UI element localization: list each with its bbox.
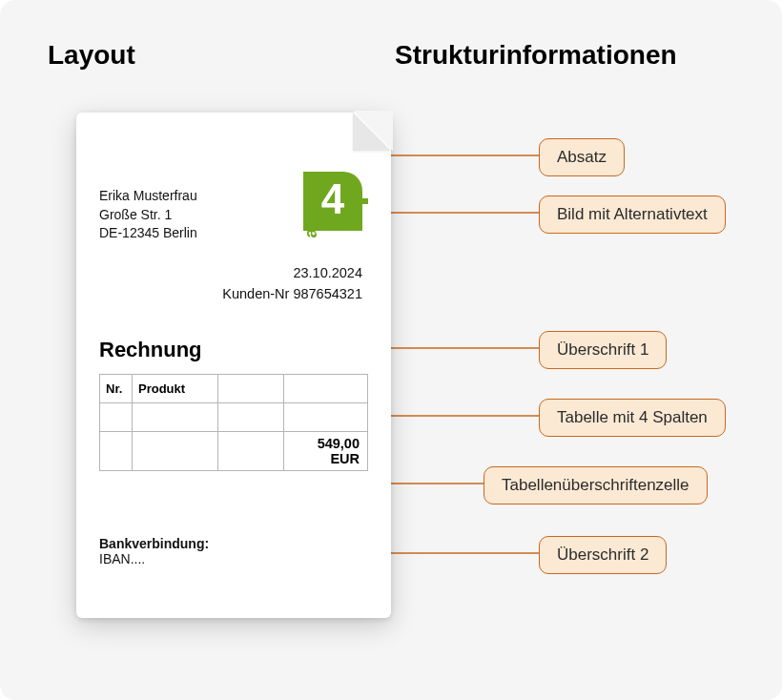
td bbox=[100, 403, 133, 432]
callout-th: Tabellenüberschriftenzelle bbox=[484, 466, 708, 504]
td bbox=[284, 403, 368, 432]
logo-badge: 4 bbox=[303, 172, 362, 231]
td bbox=[217, 403, 284, 432]
logo-dash-icon bbox=[357, 198, 368, 204]
bank-block: Bankverbindung: IBAN.... bbox=[99, 536, 209, 566]
callout-bild: Bild mit Alternativtext bbox=[539, 196, 726, 234]
address-name: Erika Musterfrau bbox=[99, 187, 197, 206]
invoice-meta: 23.10.2024 Kunden-Nr 987654321 bbox=[222, 263, 362, 305]
heading-layout: Layout bbox=[48, 40, 135, 71]
td bbox=[132, 403, 217, 432]
logo-digit: 4 bbox=[321, 178, 344, 224]
invoice-date: 23.10.2024 bbox=[222, 263, 362, 284]
bank-iban: IBAN.... bbox=[99, 551, 209, 566]
td bbox=[132, 432, 217, 471]
company-logo: axes 4 bbox=[273, 172, 362, 231]
address-block: Erika Musterfrau Große Str. 1 DE-12345 B… bbox=[99, 187, 197, 243]
td bbox=[217, 432, 284, 471]
invoice-heading: Rechnung bbox=[99, 338, 202, 362]
table-row: 549,00 EUR bbox=[100, 432, 368, 471]
address-street: Große Str. 1 bbox=[99, 206, 197, 225]
page-fold-icon bbox=[353, 113, 391, 151]
table-row bbox=[100, 403, 368, 432]
callout-h1: Überschrift 1 bbox=[539, 331, 667, 369]
th-product: Produkt bbox=[132, 375, 217, 403]
callout-tabelle: Tabelle mit 4 Spalten bbox=[539, 399, 726, 437]
bank-label: Bankverbindung: bbox=[99, 536, 209, 551]
th-col3 bbox=[217, 375, 284, 403]
heading-structure: Strukturinformationen bbox=[395, 40, 677, 71]
callout-h2: Überschrift 2 bbox=[539, 536, 667, 574]
callout-absatz: Absatz bbox=[539, 138, 625, 176]
th-nr: Nr. bbox=[100, 375, 133, 403]
th-col4 bbox=[284, 375, 368, 403]
td bbox=[100, 432, 133, 471]
table-header-row: Nr. Produkt bbox=[100, 375, 368, 403]
invoice-document: Erika Musterfrau Große Str. 1 DE-12345 B… bbox=[76, 113, 391, 618]
diagram-canvas: Layout Strukturinformationen bbox=[0, 0, 782, 700]
td-total: 549,00 EUR bbox=[284, 432, 368, 471]
invoice-table: Nr. Produkt 549,00 EUR bbox=[99, 374, 368, 471]
customer-number: Kunden-Nr 987654321 bbox=[222, 284, 362, 305]
address-city: DE-12345 Berlin bbox=[99, 224, 197, 243]
